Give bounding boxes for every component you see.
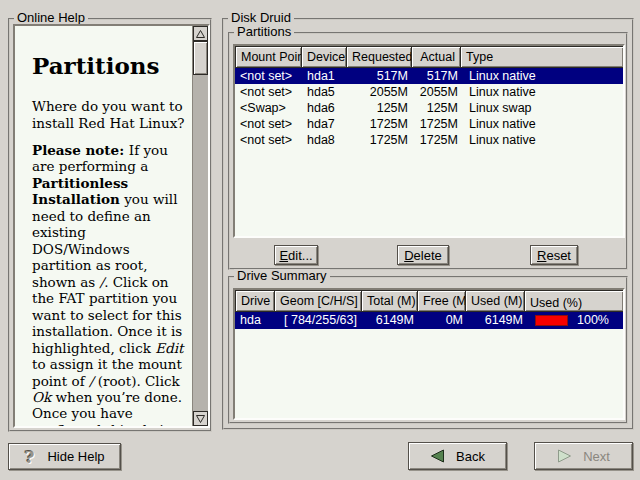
next-arrow-icon	[557, 449, 572, 463]
back-arrow-icon	[430, 449, 445, 463]
hide-help-button[interactable]: ? Hide Help	[8, 443, 121, 470]
drive-row[interactable]: hda[ 784/255/63]6149M0M6149M100%	[235, 312, 623, 329]
drive-column-header-0[interactable]: Drive	[235, 290, 275, 312]
partition-row-cell-type: Linux native	[464, 132, 623, 148]
drive-column-header-4[interactable]: Used (M)	[465, 290, 525, 312]
help-scrollbar[interactable]	[192, 26, 208, 426]
partitions-column-header-1[interactable]: Device	[301, 46, 347, 68]
partition-row[interactable]: <not set>hda81725M1725MLinux native	[235, 132, 623, 148]
scroll-down-button[interactable]	[193, 411, 208, 426]
drive-summary-frame: Drive Summary DriveGeom [C/H/S]Total (M)…	[228, 276, 628, 424]
question-mark-icon: ?	[24, 447, 34, 467]
drive-row-cell-used_m: 6149M	[469, 312, 529, 329]
partition-row-cell-requested: 1725M	[348, 132, 414, 148]
partition-row[interactable]: <not set>hda1517M517MLinux native	[235, 68, 623, 84]
drive-summary-table-body: hda[ 784/255/63]6149M0M6149M100%	[235, 312, 623, 329]
partition-row-cell-type: Linux native	[464, 68, 623, 84]
drive-row-cell-geom: [ 784/255/63]	[275, 312, 363, 329]
partition-row[interactable]: <not set>hda71725M1725MLinux native	[235, 116, 623, 132]
used-percent-label: 100%	[577, 312, 609, 329]
next-label: Next	[583, 449, 610, 464]
partitions-frame-label: Partitions	[234, 25, 294, 39]
hide-help-label: Hide Help	[47, 449, 104, 464]
partition-row-cell-device: hda1	[302, 68, 348, 84]
partitions-column-header-4[interactable]: Type	[460, 46, 624, 68]
scrollbar-thumb[interactable]	[193, 41, 208, 75]
partition-actions: Edit... Delete Reset	[233, 243, 625, 265]
arrow-down-icon	[196, 415, 205, 423]
used-percent-bar	[535, 315, 568, 326]
drive-row-cell-total: 6149M	[363, 312, 420, 329]
drive-column-header-5[interactable]: Used (%)	[524, 290, 624, 312]
partition-row-cell-actual: 1725M	[414, 116, 464, 132]
partition-row-cell-mount: <Swap>	[235, 100, 302, 116]
partition-row-cell-mount: <not set>	[235, 116, 302, 132]
partition-row-cell-device: hda8	[302, 132, 348, 148]
partitions-column-header-0[interactable]: Mount Point	[235, 46, 302, 68]
partitions-column-header-3[interactable]: Actual	[411, 46, 461, 68]
help-viewport: Partitions Where do you want to install …	[13, 24, 210, 428]
partition-row-cell-actual: 2055M	[414, 84, 464, 100]
partitions-table-header: Mount PointDeviceRequestedActualType	[235, 46, 623, 68]
partition-row-cell-requested: 125M	[348, 100, 414, 116]
partition-row-cell-mount: <not set>	[235, 132, 302, 148]
installer-window: Online Help Partitions Where do you want…	[0, 0, 640, 480]
partitions-column-header-2[interactable]: Requested	[346, 46, 412, 68]
back-button[interactable]: Back	[408, 442, 507, 470]
partition-row-cell-mount: <not set>	[235, 68, 302, 84]
help-content: Partitions Where do you want to install …	[15, 26, 192, 426]
partition-row-cell-actual: 1725M	[414, 132, 464, 148]
drive-row-cell-drive: hda	[235, 312, 275, 329]
scroll-up-button[interactable]	[193, 26, 208, 41]
partition-row-cell-type: Linux swap	[464, 100, 623, 116]
drive-summary-frame-label: Drive Summary	[234, 269, 330, 283]
partition-row-cell-mount: <not set>	[235, 84, 302, 100]
partition-row[interactable]: <Swap>hda6125M125MLinux swap	[235, 100, 623, 116]
drive-column-header-2[interactable]: Total (M)	[361, 290, 418, 312]
partition-row-cell-actual: 125M	[414, 100, 464, 116]
disk-druid-frame-label: Disk Druid	[228, 11, 294, 25]
drive-column-header-3[interactable]: Free (M)	[417, 290, 466, 312]
help-heading: Partitions	[32, 52, 186, 80]
reset-button[interactable]: Reset	[530, 245, 578, 265]
drive-row-cell-used-pct: 100%	[529, 312, 623, 329]
drive-column-header-1[interactable]: Geom [C/H/S]	[274, 290, 362, 312]
drive-row-cell-free: 0M	[420, 312, 469, 329]
drive-summary-table: DriveGeom [C/H/S]Total (M)Free (M)Used (…	[233, 288, 625, 420]
partition-row-cell-type: Linux native	[464, 116, 623, 132]
partition-row-cell-requested: 1725M	[348, 116, 414, 132]
partition-row-cell-device: hda6	[302, 100, 348, 116]
partition-row-cell-device: hda5	[302, 84, 348, 100]
next-button[interactable]: Next	[534, 442, 633, 470]
partition-row-cell-type: Linux native	[464, 84, 623, 100]
partitions-table-body: <not set>hda1517M517MLinux native<not se…	[235, 68, 623, 148]
partition-row-cell-requested: 517M	[348, 68, 414, 84]
delete-button[interactable]: Delete	[397, 245, 449, 265]
partition-row-cell-device: hda7	[302, 116, 348, 132]
arrow-up-icon	[196, 30, 205, 38]
help-paragraph: Where do you want to install Red Hat Lin…	[32, 98, 186, 131]
partition-row[interactable]: <not set>hda52055M2055MLinux native	[235, 84, 623, 100]
drive-summary-table-header: DriveGeom [C/H/S]Total (M)Free (M)Used (…	[235, 290, 623, 312]
partition-row-cell-actual: 517M	[414, 68, 464, 84]
online-help-frame: Online Help Partitions Where do you want…	[8, 18, 212, 432]
help-paragraphs: Where do you want to install Red Hat Lin…	[32, 98, 186, 426]
partitions-table: Mount PointDeviceRequestedActualType <no…	[233, 44, 625, 238]
help-paragraph: Please note: If you are performing a Par…	[32, 142, 186, 426]
online-help-frame-label: Online Help	[14, 11, 88, 25]
edit-button[interactable]: Edit...	[274, 245, 318, 265]
back-label: Back	[456, 449, 485, 464]
partitions-frame: Partitions Mount PointDeviceRequestedAct…	[228, 32, 628, 270]
partition-row-cell-requested: 2055M	[348, 84, 414, 100]
